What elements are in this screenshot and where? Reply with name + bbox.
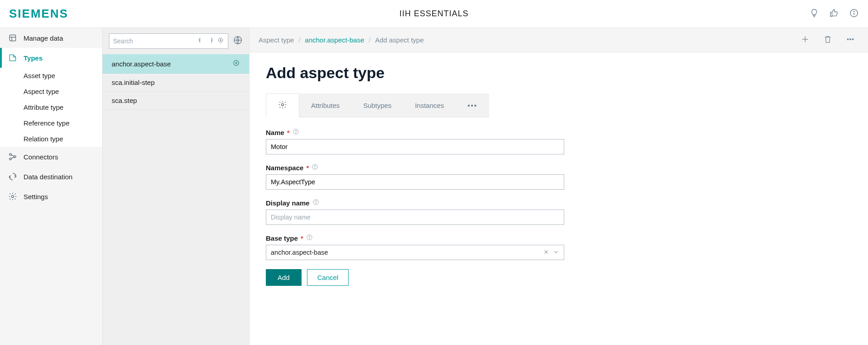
svg-point-27 bbox=[316, 203, 316, 204]
svg-point-10 bbox=[220, 40, 222, 41]
app-title: IIH ESSENTIALS bbox=[399, 9, 468, 19]
submenu-reference-type[interactable]: Reference type bbox=[0, 115, 102, 131]
globe-icon[interactable] bbox=[233, 35, 243, 47]
add-button[interactable]: Add bbox=[266, 269, 302, 286]
page-title: Add aspect type bbox=[266, 64, 852, 82]
crumb-separator: / bbox=[368, 36, 370, 44]
crumb-anchor-aspect-base[interactable]: anchor.aspect-base bbox=[305, 36, 364, 44]
list-item-label: sca.initial-step bbox=[112, 79, 155, 86]
svg-point-8 bbox=[9, 158, 11, 160]
base-type-value: anchor.aspect-base bbox=[271, 249, 328, 256]
svg-point-19 bbox=[850, 38, 851, 40]
aspect-type-form: Name * Namespace * Dis bbox=[266, 128, 564, 286]
help-icon[interactable] bbox=[311, 163, 318, 172]
app-header: SIEMENS IIH ESSENTIALS bbox=[0, 0, 868, 28]
tab-subtypes[interactable]: Subtypes bbox=[351, 93, 403, 117]
namespace-label: Namespace * bbox=[266, 163, 564, 172]
form-buttons: Add Cancel bbox=[266, 269, 564, 286]
label-text: Name bbox=[266, 129, 284, 136]
svg-point-2 bbox=[854, 11, 854, 11]
sidebar-item-manage-data[interactable]: Manage data bbox=[0, 28, 102, 48]
svg-point-23 bbox=[296, 133, 296, 133]
svg-point-6 bbox=[9, 154, 11, 155]
display-name-input[interactable] bbox=[266, 210, 564, 225]
field-base-type: Base type * anchor.aspect-base bbox=[266, 234, 564, 260]
list-item-label: anchor.aspect-base bbox=[112, 60, 171, 68]
gear-icon bbox=[278, 100, 287, 111]
breadcrumb: Aspect type / anchor.aspect-base / Add a… bbox=[259, 36, 424, 44]
sidebar-item-label: Connectors bbox=[24, 153, 58, 161]
breadcrumb-actions bbox=[800, 34, 855, 46]
name-input[interactable] bbox=[266, 139, 564, 154]
label-text: Base type bbox=[266, 234, 298, 242]
sidebar-item-settings[interactable]: Settings bbox=[0, 186, 102, 206]
select-actions bbox=[543, 249, 559, 256]
svg-rect-3 bbox=[9, 35, 15, 41]
trash-icon[interactable] bbox=[823, 34, 833, 46]
label-text: Display name bbox=[266, 199, 310, 207]
list-item-label: sca.step bbox=[112, 97, 137, 104]
clear-icon[interactable] bbox=[543, 249, 549, 256]
search-box[interactable] bbox=[109, 33, 228, 49]
target-icon[interactable] bbox=[217, 37, 224, 46]
types-submenu: Asset type Aspect type Attribute type Re… bbox=[0, 68, 102, 147]
tab-more[interactable]: ••• bbox=[456, 93, 489, 117]
sidebar: Manage data Types Asset type Aspect type… bbox=[0, 28, 103, 345]
breadcrumb-row: Aspect type / anchor.aspect-base / Add a… bbox=[250, 28, 868, 52]
sidebar-item-label: Types bbox=[24, 54, 42, 62]
base-type-select[interactable]: anchor.aspect-base bbox=[266, 245, 564, 260]
search-input[interactable] bbox=[113, 37, 194, 45]
field-name: Name * bbox=[266, 128, 564, 154]
name-label: Name * bbox=[266, 128, 564, 136]
list-search-row bbox=[103, 28, 249, 54]
plus-icon[interactable] bbox=[800, 34, 810, 46]
tab-general[interactable] bbox=[266, 93, 299, 117]
required-mark: * bbox=[287, 129, 290, 136]
lightbulb-icon[interactable] bbox=[809, 8, 819, 20]
types-list-panel: anchor.aspect-base sca.initial-step sca.… bbox=[103, 28, 250, 345]
more-icon[interactable] bbox=[845, 34, 855, 46]
cancel-button[interactable]: Cancel bbox=[307, 269, 349, 286]
collapse-in-icon[interactable] bbox=[197, 37, 204, 46]
thumbs-icon[interactable] bbox=[829, 8, 839, 20]
label-text: Namespace bbox=[266, 164, 303, 172]
required-mark: * bbox=[301, 234, 303, 242]
list-item-sca-initial-step[interactable]: sca.initial-step bbox=[103, 74, 249, 92]
field-namespace: Namespace * bbox=[266, 163, 564, 190]
page-body: Add aspect type Attributes Subtypes Inst… bbox=[250, 52, 868, 298]
sidebar-item-label: Data destination bbox=[24, 173, 72, 181]
base-type-label: Base type * bbox=[266, 234, 564, 242]
list-item-sca-step[interactable]: sca.step bbox=[103, 92, 249, 110]
sidebar-item-connectors[interactable]: Connectors bbox=[0, 147, 102, 167]
info-icon[interactable] bbox=[849, 8, 859, 20]
help-icon[interactable] bbox=[312, 199, 319, 207]
help-icon[interactable] bbox=[306, 234, 313, 242]
sidebar-item-data-destination[interactable]: Data destination bbox=[0, 167, 102, 186]
chevron-down-icon[interactable] bbox=[553, 249, 559, 256]
submenu-relation-type[interactable]: Relation type bbox=[0, 131, 102, 147]
collapse-out-icon[interactable] bbox=[207, 37, 214, 46]
crumb-aspect-type[interactable]: Aspect type bbox=[259, 36, 294, 44]
svg-point-29 bbox=[309, 238, 310, 239]
submenu-attribute-type[interactable]: Attribute type bbox=[0, 99, 102, 115]
submenu-asset-type[interactable]: Asset type bbox=[0, 68, 102, 84]
svg-point-21 bbox=[282, 104, 284, 106]
plus-circle-icon[interactable] bbox=[232, 59, 240, 68]
sidebar-item-label: Settings bbox=[24, 193, 48, 200]
crumb-separator: / bbox=[298, 36, 300, 44]
svg-point-11 bbox=[218, 38, 222, 42]
sidebar-item-types[interactable]: Types bbox=[0, 48, 102, 68]
crumb-add-aspect-type: Add aspect type bbox=[375, 36, 424, 44]
tab-instances[interactable]: Instances bbox=[403, 93, 456, 117]
submenu-aspect-type[interactable]: Aspect type bbox=[0, 84, 102, 99]
help-icon[interactable] bbox=[292, 128, 299, 136]
tab-attributes[interactable]: Attributes bbox=[299, 93, 351, 117]
tabs: Attributes Subtypes Instances ••• bbox=[266, 93, 489, 117]
svg-point-18 bbox=[847, 38, 849, 40]
sidebar-item-label: Manage data bbox=[24, 34, 63, 42]
header-actions bbox=[809, 8, 859, 20]
list-item-anchor-aspect-base[interactable]: anchor.aspect-base bbox=[103, 54, 249, 74]
svg-point-9 bbox=[12, 196, 14, 198]
display-name-label: Display name bbox=[266, 199, 564, 207]
namespace-input[interactable] bbox=[266, 174, 564, 190]
